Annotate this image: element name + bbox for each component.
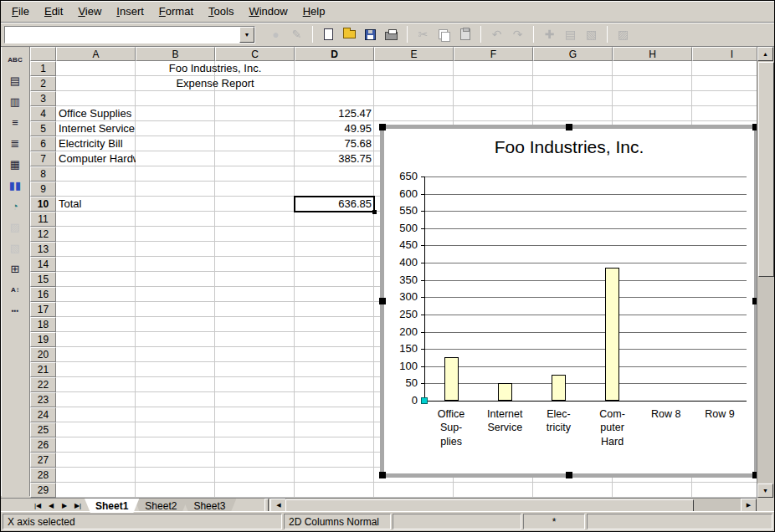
column-header-g[interactable]: G [533, 47, 613, 61]
grid-toggle-icon[interactable]: ▦ [4, 155, 26, 174]
row-header-11[interactable]: 11 [30, 212, 56, 227]
column-header-h[interactable]: H [613, 47, 692, 61]
cell-d7[interactable]: 385.75 [295, 151, 374, 166]
new-document-icon[interactable] [318, 25, 339, 43]
row-header-2[interactable]: 2 [30, 76, 56, 91]
chart-bar[interactable] [444, 357, 459, 401]
row-header-9[interactable]: 9 [30, 182, 56, 197]
row-header-24[interactable]: 24 [30, 407, 56, 422]
chart-selection-handle[interactable] [379, 298, 386, 304]
cell-a5[interactable]: Internet Service [56, 121, 136, 136]
formula-combo[interactable]: ▼ [4, 26, 255, 43]
chart-selection-handle[interactable] [566, 472, 572, 478]
vertical-scrollbar[interactable]: ▲ ▼ [757, 47, 774, 498]
row-header-13[interactable]: 13 [30, 242, 56, 257]
open-document-icon[interactable] [339, 25, 360, 43]
row-header-18[interactable]: 18 [30, 317, 56, 332]
chart-selection-handle[interactable] [379, 124, 386, 130]
menu-edit[interactable]: Edit [37, 2, 70, 21]
sheet-tab-sheet1[interactable]: Sheet1 [85, 499, 139, 513]
row-header-10[interactable]: 10 [30, 197, 56, 212]
row-header-27[interactable]: 27 [30, 453, 56, 468]
vertical-scroll-thumb[interactable] [758, 62, 774, 277]
save-document-icon[interactable] [360, 25, 381, 43]
chart-bar[interactable] [498, 383, 512, 401]
cell-a4[interactable]: Office Supplies [56, 106, 136, 121]
scroll-right-icon[interactable]: ▶ [741, 499, 757, 512]
column-header-c[interactable]: C [215, 47, 295, 61]
cell-a6[interactable]: Electricity Bill [56, 136, 136, 151]
row-header-17[interactable]: 17 [30, 302, 56, 317]
chart-object[interactable]: Foo Industries, Inc. 0501001502002503003… [380, 125, 758, 478]
chart-bar[interactable] [605, 268, 619, 401]
row-header-8[interactable]: 8 [30, 166, 56, 182]
row-header-28[interactable]: 28 [30, 468, 56, 483]
row-header-3[interactable]: 3 [30, 91, 56, 106]
chart-axes-icon[interactable]: ▥ [4, 92, 26, 111]
cell-a7[interactable]: Computer Hardware [56, 151, 136, 166]
chart-plot-area[interactable]: 050100150200250300350400450500550600650O… [384, 129, 754, 473]
cell-d4[interactable]: 125.47 [295, 106, 374, 121]
combo-dropdown-icon[interactable]: ▼ [239, 27, 254, 43]
chart-title-toggle-icon[interactable]: ▤ [4, 71, 26, 90]
menu-file[interactable]: File [4, 2, 37, 21]
row-header-23[interactable]: 23 [30, 392, 56, 407]
chart-selection-handle[interactable] [566, 124, 572, 130]
row-header-12[interactable]: 12 [30, 227, 56, 242]
row-header-20[interactable]: 20 [30, 347, 56, 362]
chart-selection-handle[interactable] [379, 472, 386, 478]
cell-a10[interactable]: Total [56, 197, 136, 212]
scale-text-icon[interactable]: A↕ [4, 280, 26, 299]
column-header-e[interactable]: E [374, 47, 454, 61]
menu-view[interactable]: View [70, 2, 109, 21]
x-axis-line[interactable] [424, 401, 747, 402]
select-all-corner[interactable] [30, 47, 56, 61]
cell-d6[interactable]: 75.68 [295, 136, 374, 151]
menu-format[interactable]: Format [151, 2, 201, 21]
menu-help[interactable]: Help [295, 2, 333, 21]
cell-cursor-handle[interactable] [372, 210, 377, 214]
legend-toggle-icon[interactable]: ≣ [4, 134, 26, 153]
row-header-16[interactable]: 16 [30, 287, 56, 302]
cell-a2[interactable]: Expense Report [56, 76, 374, 91]
menu-window[interactable]: Window [241, 2, 295, 21]
chart-bar[interactable] [552, 375, 566, 401]
row-header-7[interactable]: 7 [30, 151, 56, 166]
cell-d5[interactable]: 49.95 [295, 121, 374, 136]
row-header-29[interactable]: 29 [30, 483, 56, 498]
cell-a1[interactable]: Foo Industries, Inc. [56, 61, 374, 76]
row-header-4[interactable]: 4 [30, 106, 56, 121]
row-header-19[interactable]: 19 [30, 332, 56, 347]
row-header-22[interactable]: 22 [30, 377, 56, 392]
column-header-a[interactable]: A [56, 47, 136, 61]
row-header-25[interactable]: 25 [30, 422, 56, 437]
chart-type-icon[interactable]: ▮▮ [4, 176, 26, 195]
row-header-1[interactable]: 1 [30, 61, 56, 76]
scroll-left-icon[interactable]: ◀ [270, 499, 286, 512]
row-header-6[interactable]: 6 [30, 136, 56, 151]
column-header-b[interactable]: B [136, 47, 215, 61]
menu-insert[interactable]: Insert [109, 2, 151, 21]
menu-tools[interactable]: Tools [201, 2, 241, 21]
y-axis-tick-label: 450 [386, 238, 418, 252]
scroll-down-icon[interactable]: ▼ [757, 483, 773, 498]
row-header-15[interactable]: 15 [30, 272, 56, 287]
formula-combo-input[interactable] [5, 27, 239, 43]
column-header-d[interactable]: D [295, 47, 374, 61]
row-header-5[interactable]: 5 [30, 121, 56, 136]
row-header-21[interactable]: 21 [30, 362, 56, 377]
column-header-i[interactable]: I [692, 47, 758, 61]
column-header-f[interactable]: F [454, 47, 533, 61]
print-icon[interactable] [381, 25, 402, 43]
data-in-columns-icon[interactable]: ⊞ [4, 259, 26, 279]
y-axis-line[interactable] [424, 176, 425, 402]
chart-gridline [424, 332, 747, 333]
scroll-up-icon[interactable]: ▲ [757, 47, 773, 61]
auto-layout-icon[interactable]: ▪▪▪ [4, 301, 26, 320]
row-header-14[interactable]: 14 [30, 257, 56, 272]
chart-gridline [424, 297, 747, 298]
spellcheck-icon[interactable]: ABC [4, 50, 26, 69]
3d-view-icon[interactable]: ◔ [4, 197, 26, 216]
axes-title-icon[interactable]: ≡ [4, 113, 26, 132]
row-header-26[interactable]: 26 [30, 437, 56, 453]
